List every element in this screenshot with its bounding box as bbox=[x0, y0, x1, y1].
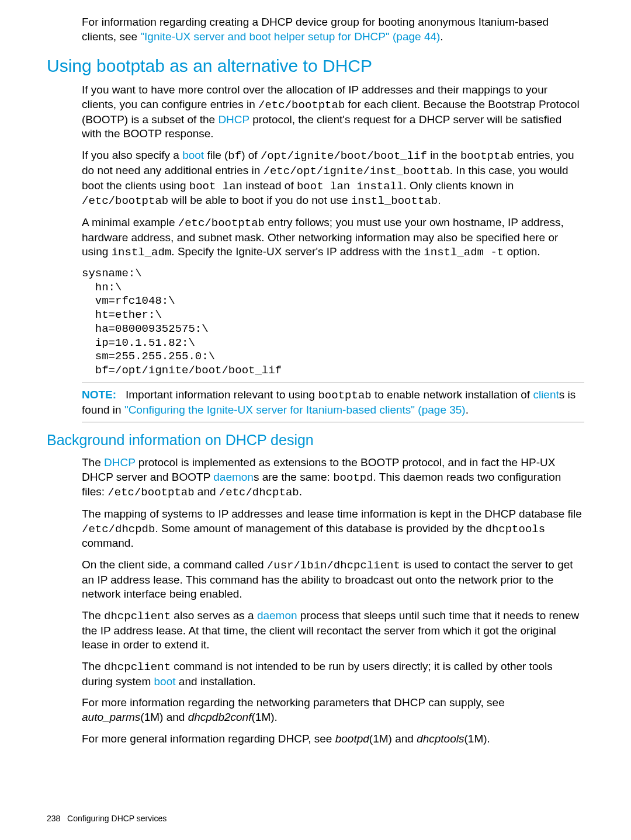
note-paragraph: NOTE: Important information relevant to … bbox=[82, 388, 584, 417]
code-block-bootptab: sysname:\ hn:\ vm=rfc1048:\ ht=ether:\ h… bbox=[82, 267, 584, 378]
paragraph: The mapping of systems to IP addresses a… bbox=[82, 507, 584, 551]
text: ) of bbox=[241, 149, 261, 161]
text: and bbox=[195, 485, 219, 498]
code: instl_adm bbox=[112, 246, 172, 259]
text: in the bbox=[427, 149, 460, 161]
code: bootptab bbox=[318, 389, 371, 402]
paragraph: For more general information regarding D… bbox=[82, 732, 584, 747]
code: dhcptools bbox=[485, 523, 545, 536]
code: /etc/dhcpdb bbox=[82, 523, 155, 536]
text: The bbox=[82, 456, 104, 468]
page: For information regarding creating a DHC… bbox=[0, 0, 631, 840]
code: boot lan install bbox=[297, 180, 403, 193]
text: file ( bbox=[204, 149, 228, 161]
code: /etc/bootptab bbox=[82, 195, 168, 207]
code: /opt/ignite/boot/boot_lif bbox=[261, 150, 427, 162]
code: boot lan bbox=[189, 180, 242, 193]
manpage-ref: dhcptools bbox=[417, 733, 464, 745]
note-label: NOTE: bbox=[82, 388, 116, 401]
link-client[interactable]: client bbox=[533, 388, 559, 401]
link-configuring-ignite[interactable]: "Configuring the Ignite-UX server for It… bbox=[124, 404, 466, 416]
text: s are the same: bbox=[254, 471, 333, 483]
text: to enable network installation of bbox=[372, 388, 533, 401]
text: . bbox=[438, 194, 441, 206]
text: (1M). bbox=[464, 733, 490, 745]
link-dhcp-setup[interactable]: "Ignite-UX server and boot helper setup … bbox=[140, 30, 440, 43]
text: . bbox=[299, 485, 302, 498]
text: . Some amount of management of this data… bbox=[155, 522, 485, 534]
link-boot[interactable]: boot bbox=[154, 675, 176, 688]
text: . Only clients known in bbox=[403, 179, 514, 192]
code: instl_boottab bbox=[351, 195, 438, 207]
link-daemon[interactable]: daemon bbox=[257, 609, 297, 622]
paragraph: If you want to have more control over th… bbox=[82, 83, 584, 141]
code: bootptab bbox=[460, 150, 514, 162]
text: If you also specify a bbox=[82, 149, 182, 161]
text: The mapping of systems to IP addresses a… bbox=[82, 508, 582, 520]
text: For more information regarding the netwo… bbox=[82, 696, 505, 709]
text: A minimal example bbox=[82, 216, 178, 228]
link-dhcp[interactable]: DHCP bbox=[104, 456, 136, 468]
heading-bootptab-alternative: Using bootptab as an alternative to DHCP bbox=[47, 54, 584, 77]
text: (1M). bbox=[251, 711, 277, 723]
text: and installation. bbox=[176, 675, 256, 688]
text: option. bbox=[504, 245, 540, 258]
text: instead of bbox=[242, 179, 297, 192]
text: On the client side, a command called bbox=[82, 558, 267, 571]
link-dhcp[interactable]: DHCP bbox=[218, 113, 249, 126]
section1-body: If you want to have more control over th… bbox=[47, 83, 584, 422]
paragraph: The dhcpclient also serves as a daemon p… bbox=[82, 609, 584, 652]
link-boot[interactable]: boot bbox=[182, 149, 204, 161]
text: (1M) and bbox=[369, 733, 417, 745]
text: will be able to boot if you do not use bbox=[168, 194, 351, 206]
text: The bbox=[82, 660, 104, 672]
paragraph: If you also specify a boot file (bf) of … bbox=[82, 148, 584, 209]
manpage-ref: bootpd bbox=[335, 733, 369, 745]
paragraph: The dhcpclient command is not intended t… bbox=[82, 659, 584, 689]
code: dhcpclient bbox=[104, 661, 171, 674]
code: instl_adm -t bbox=[424, 246, 504, 259]
link-daemon[interactable]: daemon bbox=[213, 471, 254, 483]
heading-background-dhcp-design: Background information on DHCP design bbox=[47, 431, 584, 450]
text: . Specify the Ignite-UX server's IP addr… bbox=[171, 245, 424, 258]
paragraph: The DHCP protocol is implemented as exte… bbox=[82, 456, 584, 500]
section2-body: The DHCP protocol is implemented as exte… bbox=[47, 456, 584, 747]
code: bf bbox=[228, 150, 241, 162]
paragraph: For more information regarding the netwo… bbox=[82, 696, 584, 724]
code: dhcpclient bbox=[104, 610, 171, 623]
text: also serves as a bbox=[171, 609, 257, 622]
intro-block: For information regarding creating a DHC… bbox=[47, 15, 584, 44]
note-box: NOTE: Important information relevant to … bbox=[82, 383, 584, 422]
code: /etc/bootptab bbox=[178, 217, 265, 230]
code: /etc/bootptab bbox=[108, 486, 194, 499]
text: Important information relevant to using bbox=[126, 388, 318, 401]
text: command. bbox=[82, 537, 134, 549]
code: /etc/opt/ignite/inst_boottab bbox=[264, 165, 450, 178]
intro-paragraph: For information regarding creating a DHC… bbox=[82, 15, 584, 44]
code: /usr/lbin/dhcpclient bbox=[267, 559, 400, 572]
code: /etc/dhcptab bbox=[219, 486, 299, 499]
code: /etc/bootptab bbox=[258, 99, 345, 112]
code: bootpd bbox=[333, 471, 373, 484]
manpage-ref: auto_parms bbox=[82, 711, 140, 723]
text: For more general information regarding D… bbox=[82, 733, 335, 745]
text: (1M) and bbox=[140, 711, 188, 723]
paragraph: A minimal example /etc/bootptab entry fo… bbox=[82, 216, 584, 260]
text: . bbox=[466, 404, 469, 416]
text: The bbox=[82, 609, 104, 622]
page-number: 238 bbox=[47, 814, 60, 823]
text: . bbox=[440, 30, 443, 43]
manpage-ref: dhcpdb2conf bbox=[188, 711, 252, 723]
page-footer: 238 Configuring DHCP services bbox=[47, 813, 167, 824]
paragraph: On the client side, a command called /us… bbox=[82, 558, 584, 602]
footer-title: Configuring DHCP services bbox=[67, 814, 167, 823]
